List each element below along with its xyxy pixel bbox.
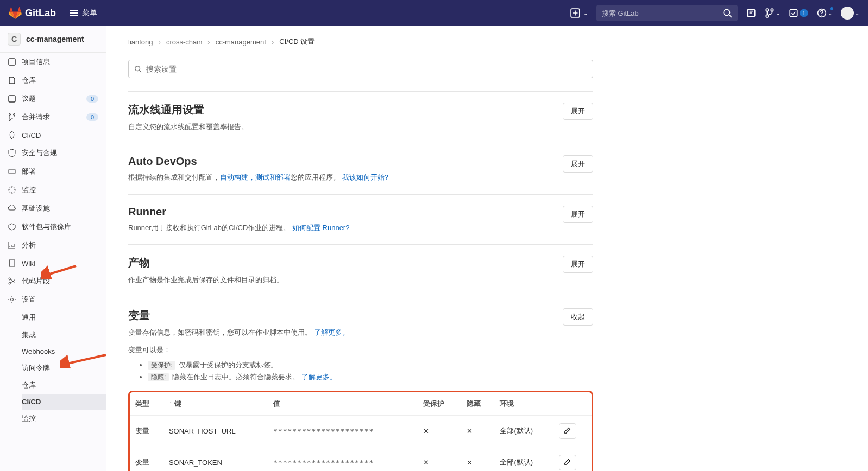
list-item: 受保护:仅暴露于受保护的分支或标签。 [148, 360, 593, 370]
expand-button[interactable]: 展开 [563, 155, 593, 173]
sidebar-item-repository[interactable]: 仓库 [0, 71, 106, 90]
sidebar-sub-integrations[interactable]: 集成 [22, 326, 106, 343]
book-icon [8, 259, 16, 268]
svg-rect-13 [9, 169, 15, 174]
expand-button[interactable]: 展开 [563, 206, 593, 223]
merge-requests-dashboard-link[interactable]: ⌄ [765, 8, 780, 18]
sidebar-item-issues[interactable]: 议题0 [0, 90, 106, 108]
section-desc: 变量存储信息，如密码和密钥，您可以在作业脚本中使用。 了解更多。 [128, 327, 554, 339]
masked-pill: 隐藏: [148, 373, 169, 381]
user-avatar [841, 7, 854, 20]
rocket-icon [8, 131, 16, 139]
sidebar-item-project-info[interactable]: 项目信息 [0, 53, 106, 71]
cell-key: SONAR_HOST_URL [163, 415, 268, 447]
cell-masked: ✕ [461, 415, 495, 447]
global-search[interactable] [596, 5, 738, 21]
sidebar-item-wiki[interactable]: Wiki [0, 254, 106, 272]
section-desc: 根据持续的集成和交付配置，自动构建，测试和部署您的应用程序。 我该如何开始? [128, 172, 554, 183]
breadcrumb-item[interactable]: cc-management [216, 38, 266, 46]
sidebar-sub-repository[interactable]: 仓库 [22, 377, 106, 394]
sidebar-item-snippets[interactable]: 代码片段 [0, 272, 106, 290]
chevron-down-icon: ⌄ [583, 10, 588, 16]
section-title-runner: Runner [128, 206, 554, 218]
sort-ascending-icon: ↑ [169, 399, 173, 408]
plus-square-icon [570, 8, 580, 18]
sidebar-sub-cicd[interactable]: CI/CD [22, 394, 106, 410]
sidebar-item-cicd[interactable]: CI/CD [0, 126, 106, 144]
cell-protected: ✕ [418, 415, 461, 447]
expand-button[interactable]: 展开 [563, 103, 593, 120]
monitor-icon [8, 186, 16, 194]
masked-link-learn[interactable]: 了解更多。 [301, 373, 337, 381]
edit-variable-button[interactable] [559, 455, 576, 470]
breadcrumb-item[interactable]: cross-chain [166, 38, 202, 46]
sidebar-item-merge-requests[interactable]: 合并请求0 [0, 108, 106, 126]
gitlab-logo[interactable]: GitLab [9, 7, 56, 20]
sidebar-item-settings[interactable]: 设置 [0, 290, 106, 309]
svg-point-15 [9, 278, 11, 280]
th-protected[interactable]: 受保护 [418, 392, 461, 416]
cell-type: 变量 [130, 447, 163, 471]
th-value[interactable]: 值 [268, 392, 418, 416]
th-env[interactable]: 环境 [494, 392, 553, 416]
variables-link-learn[interactable]: 了解更多。 [314, 328, 349, 336]
question-icon [817, 8, 827, 18]
sidebar-sub-monitor[interactable]: 监控 [22, 410, 106, 427]
svg-point-3 [766, 9, 769, 11]
autodevops-link-build[interactable]: 自动构建，测试和部署 [220, 173, 291, 181]
sidebar-item-infrastructure[interactable]: 基础设施 [0, 199, 106, 218]
sidebar-item-analytics[interactable]: 分析 [0, 236, 106, 254]
search-input[interactable] [602, 9, 722, 17]
section-desc: 自定义您的流水线配置和覆盖率报告。 [128, 122, 554, 133]
menu-toggle[interactable]: 菜单 [69, 8, 97, 18]
breadcrumb-separator: › [159, 38, 161, 46]
gear-icon [8, 295, 16, 304]
deploy-icon [8, 167, 16, 176]
sidebar-item-deployments[interactable]: 部署 [0, 162, 106, 181]
notification-dot-icon [830, 7, 833, 10]
user-menu[interactable]: ⌄ [841, 7, 859, 20]
todo-count-badge: 1 [800, 9, 808, 17]
sidebar-sub-access-tokens[interactable]: 访问令牌 [22, 359, 106, 377]
issues-icon [8, 94, 16, 103]
breadcrumb-separator: › [272, 38, 274, 46]
sidebar-item-monitor[interactable]: 监控 [0, 181, 106, 199]
variables-table-highlight: 类型 ↑键 值 受保护 隐藏 环境 变量 [128, 391, 593, 471]
svg-point-12 [14, 114, 15, 116]
runner-link-config[interactable]: 如何配置 Runner? [292, 224, 349, 232]
autodevops-link-start[interactable]: 我该如何开始? [342, 173, 388, 181]
sidebar-item-security[interactable]: 安全与合规 [0, 144, 106, 162]
edit-variable-button[interactable] [559, 423, 576, 439]
section-desc: Runner用于接收和执行GitLab的CI/CD作业的进程。 如何配置 Run… [128, 222, 554, 234]
th-type[interactable]: 类型 [130, 392, 163, 416]
section-title-artifacts: 产物 [128, 256, 554, 270]
collapse-button[interactable]: 收起 [563, 308, 593, 326]
th-key[interactable]: ↑键 [163, 392, 268, 416]
breadcrumb-current: CI/CD 设置 [279, 37, 315, 47]
th-masked[interactable]: 隐藏 [461, 392, 495, 416]
svg-point-16 [9, 282, 11, 284]
merge-icon [8, 113, 16, 122]
project-header[interactable]: C cc-management [0, 26, 106, 53]
search-settings-box[interactable] [128, 60, 593, 78]
chevron-down-icon: ⌄ [776, 10, 780, 16]
file-icon [8, 76, 16, 85]
help-dropdown[interactable]: ⌄ [817, 8, 832, 18]
breadcrumb-item[interactable]: liantong [128, 38, 153, 46]
cell-type: 变量 [130, 415, 163, 447]
expand-button[interactable]: 展开 [563, 256, 593, 273]
section-title-autodevops: Auto DevOps [128, 155, 554, 168]
variables-hint: 变量可以是： [128, 345, 593, 355]
section-title-variables: 变量 [128, 308, 554, 323]
sidebar-sub-general[interactable]: 通用 [22, 309, 106, 326]
sidebar-item-packages[interactable]: 软件包与镜像库 [0, 218, 106, 236]
pencil-icon [564, 427, 571, 434]
create-new-dropdown[interactable]: ⌄ [570, 8, 588, 18]
sidebar-sub-webhooks[interactable]: Webhooks [22, 343, 106, 359]
table-row: 变量 SONAR_HOST_URL ********************* … [130, 415, 592, 447]
project-avatar: C [8, 33, 21, 46]
search-settings-input[interactable] [146, 65, 587, 73]
todos-link[interactable]: 1 [789, 8, 808, 18]
cell-masked: ✕ [461, 447, 495, 471]
issues-dashboard-link[interactable] [746, 8, 756, 18]
